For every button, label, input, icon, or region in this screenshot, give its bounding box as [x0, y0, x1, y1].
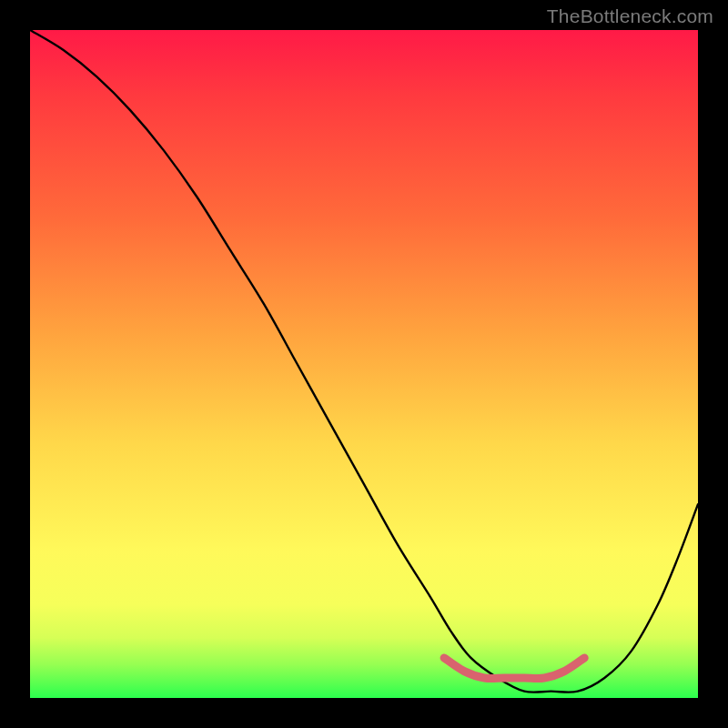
chart-svg — [30, 30, 698, 698]
plot-area — [30, 30, 698, 698]
chart-frame: TheBottleneck.com — [0, 0, 728, 728]
bottleneck-curve-path — [30, 30, 698, 693]
watermark-text: TheBottleneck.com — [547, 5, 713, 27]
optimal-range-path — [444, 658, 584, 679]
